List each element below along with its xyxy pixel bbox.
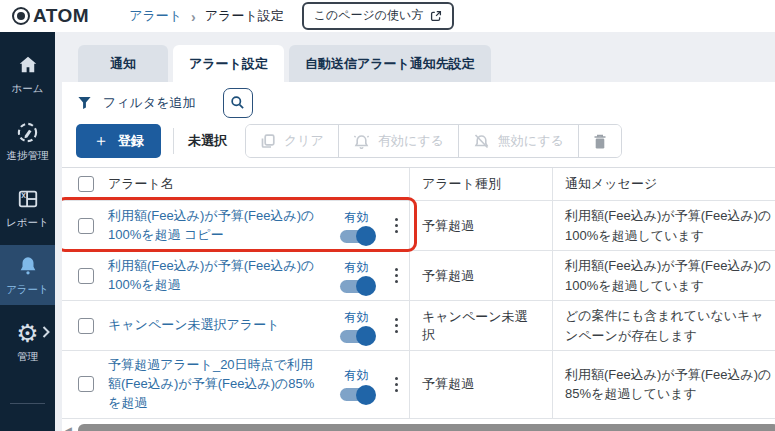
sidebar-item-label: 管理: [17, 350, 38, 364]
sidebar-item-progress[interactable]: 進捗管理: [0, 111, 55, 171]
page-help-button[interactable]: このページの使い方: [302, 2, 455, 30]
enabled-toggle[interactable]: [340, 330, 373, 343]
sidebar-item-report[interactable]: Xレポート: [0, 178, 55, 238]
filter-row: フィルタを追加: [62, 82, 775, 123]
external-link-icon: [430, 10, 442, 22]
sidebar-item-home[interactable]: ホーム: [0, 44, 55, 104]
select-all-checkbox[interactable]: [78, 176, 94, 192]
scroll-left-arrow-icon[interactable]: ◀: [65, 425, 72, 431]
sidebar-item-label: ホーム: [12, 82, 44, 96]
alert-name-link[interactable]: キャンペーン未選択アラート: [108, 316, 326, 335]
status-block: 有効: [334, 367, 380, 401]
tab-alert-settings[interactable]: アラート設定: [173, 45, 284, 82]
enable-button[interactable]: 有効にする: [339, 125, 459, 157]
tab-bar: 通知アラート設定自動送信アラート通知先設定: [78, 45, 775, 82]
clear-button-label: クリア: [284, 132, 324, 150]
row-checkbox[interactable]: [78, 318, 94, 334]
toggle-status-label: 有効: [345, 209, 369, 226]
message-cell: どの案件にも含まれていないキャンペーンが存在します: [553, 301, 775, 350]
alert-type-cell: 予算超過: [410, 351, 553, 418]
scrollbar-track[interactable]: [78, 424, 775, 431]
column-header-message: 通知メッセージ: [553, 168, 775, 200]
atom-logo[interactable]: ATOM: [12, 5, 89, 27]
toggle-status-label: 有効: [345, 309, 369, 326]
register-button-label: 登録: [118, 132, 144, 150]
sidebar-item-alert[interactable]: アラート: [0, 245, 55, 305]
trash-icon: [592, 133, 608, 150]
table-row: 予算超過アラート_20日時点で利用額(Fee込み)が予算(Fee込み)の85%を…: [62, 351, 775, 419]
row-checkbox[interactable]: [78, 218, 94, 234]
toggle-status-label: 有効: [345, 367, 369, 384]
enable-button-label: 有効にする: [378, 132, 444, 150]
scrollbar-thumb[interactable]: [78, 424, 775, 431]
content-panel: フィルタを追加 ＋ 登録 未選択 クリア有効にする無効にする アラート名アラート…: [62, 82, 775, 431]
disable-button-label: 無効にする: [498, 132, 564, 150]
sidebar-item-admin[interactable]: ⚙管理: [0, 312, 55, 372]
alert-name-cell: 利用額(Fee込み)が予算(Fee込み)の100%を超過有効: [62, 251, 410, 300]
column-header-alert-type: アラート種別: [410, 168, 553, 200]
alert-name-link[interactable]: 利用額(Fee込み)が予算(Fee込み)の100%を超過 コピー: [108, 207, 326, 245]
atom-logo-icon: [12, 7, 30, 25]
row-menu-button[interactable]: [392, 214, 402, 238]
main-content: 通知アラート設定自動送信アラート通知先設定 フィルタを追加 ＋: [55, 32, 775, 431]
status-block: 有効: [334, 309, 380, 343]
toggle-status-label: 有効: [345, 259, 369, 276]
message-cell: 利用額(Fee込み)が予算(Fee込み)の85%を超過しています: [553, 351, 775, 418]
bulk-action-group: クリア有効にする無効にする: [245, 124, 622, 158]
alert-message: 利用額(Fee込み)が予算(Fee込み)の85%を超過しています: [565, 365, 773, 404]
alert-name-link[interactable]: 利用額(Fee込み)が予算(Fee込み)の100%を超過: [108, 257, 326, 295]
column-header-label: アラート名: [108, 175, 174, 193]
sidebar: ホーム進捗管理Xレポートアラート⚙管理: [0, 32, 55, 431]
table-row: キャンペーン未選択アラート有効キャンペーン未選択どの案件にも含まれていないキャン…: [62, 301, 775, 351]
sidebar-item-label: アラート: [6, 283, 49, 297]
add-filter-button[interactable]: フィルタを追加: [77, 94, 196, 112]
tab-notifications[interactable]: 通知: [78, 45, 168, 82]
alert-name-cell: 予算超過アラート_20日時点で利用額(Fee込み)が予算(Fee込み)の85%を…: [62, 351, 410, 418]
alert-type-cell: キャンペーン未選択: [410, 301, 553, 350]
toolbar-divider: [173, 128, 174, 154]
sidebar-item-label: 進捗管理: [7, 149, 49, 163]
alert-name-cell: 利用額(Fee込み)が予算(Fee込み)の100%を超過 コピー有効: [62, 201, 410, 250]
row-menu-button[interactable]: [392, 314, 402, 338]
row-menu-button[interactable]: [392, 373, 402, 397]
alert-type-cell: 予算超過: [410, 201, 553, 250]
top-header: ATOM アラート › アラート設定 このページの使い方: [0, 0, 775, 32]
search-button[interactable]: [223, 88, 253, 118]
clear-button[interactable]: クリア: [246, 125, 339, 157]
register-button[interactable]: ＋ 登録: [76, 124, 161, 158]
toggle-knob: [356, 226, 376, 246]
toggle-knob: [356, 385, 376, 405]
alert-message: どの案件にも含まれていないキャンペーンが存在します: [565, 306, 773, 345]
toggle-knob: [356, 326, 376, 346]
row-checkbox[interactable]: [78, 376, 94, 392]
status-block: 有効: [334, 209, 380, 243]
enabled-toggle[interactable]: [340, 280, 373, 293]
gear-icon: ⚙: [16, 321, 38, 345]
home-icon: [17, 53, 39, 77]
plus-icon: ＋: [93, 131, 109, 152]
alert-message: 利用額(Fee込み)が予算(Fee込み)の100%を超過しています: [565, 256, 773, 295]
bell-off-icon: [473, 133, 490, 150]
tab-auto-send-destinations[interactable]: 自動送信アラート通知先設定: [289, 45, 491, 82]
sidebar-item-label: レポート: [6, 216, 49, 230]
filter-icon: [77, 95, 92, 110]
delete-button[interactable]: [579, 125, 621, 157]
breadcrumb-parent-link[interactable]: アラート: [129, 7, 182, 25]
row-menu-button[interactable]: [392, 264, 402, 288]
status-block: 有効: [334, 259, 380, 293]
disable-button[interactable]: 無効にする: [459, 125, 579, 157]
toolbar: ＋ 登録 未選択 クリア有効にする無効にする: [62, 123, 775, 167]
breadcrumb-current: アラート設定: [205, 7, 284, 25]
enabled-toggle[interactable]: [340, 230, 373, 243]
enabled-toggle[interactable]: [340, 388, 373, 401]
column-header-alert-name: アラート名: [62, 168, 410, 200]
logo-text: ATOM: [33, 5, 89, 27]
breadcrumb: アラート › アラート設定: [129, 7, 284, 25]
alert-message: 利用額(Fee込み)が予算(Fee込み)の100%を超過しています: [565, 206, 773, 245]
chevron-right-icon: ›: [191, 7, 196, 25]
table-row: 利用額(Fee込み)が予算(Fee込み)の100%を超過 コピー有効予算超過利用…: [62, 201, 775, 251]
help-button-label: このページの使い方: [314, 7, 424, 24]
alert-name-link[interactable]: 予算超過アラート_20日時点で利用額(Fee込み)が予算(Fee込み)の85%を…: [108, 356, 326, 413]
row-checkbox[interactable]: [78, 268, 94, 284]
table-row: 利用額(Fee込み)が予算(Fee込み)の100%を超過有効予算超過利用額(Fe…: [62, 251, 775, 301]
